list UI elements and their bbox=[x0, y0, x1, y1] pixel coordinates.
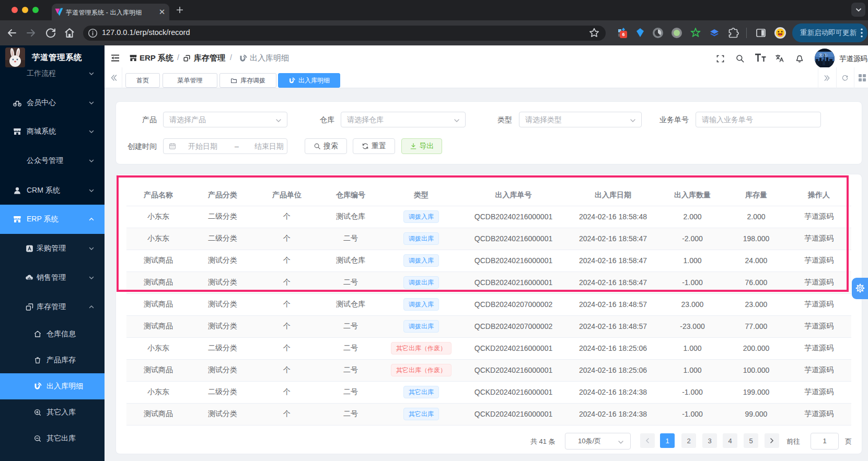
svg-text:文 ①: 文 ① bbox=[819, 53, 827, 57]
